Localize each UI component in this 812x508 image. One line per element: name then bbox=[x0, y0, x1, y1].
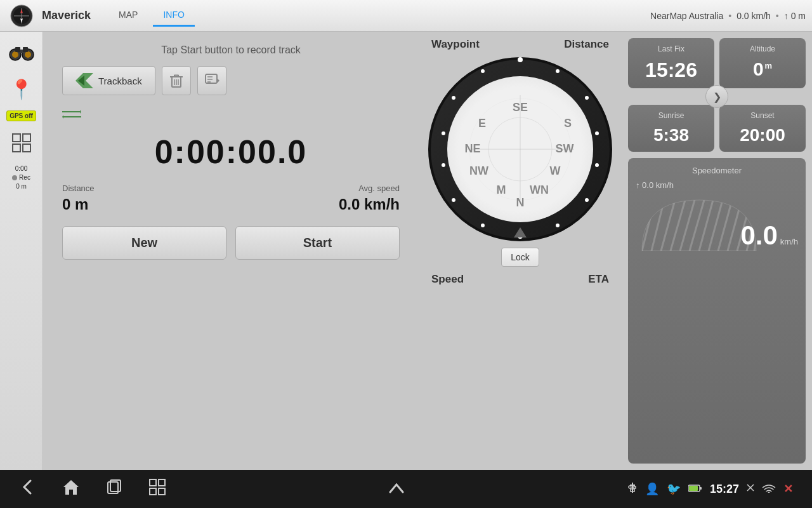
lock-button-container: Lock bbox=[425, 248, 615, 267]
sunrise-sunset-row: Sunrise 5:38 Sunset 20:00 bbox=[628, 105, 806, 152]
exchange-arrows bbox=[62, 108, 400, 124]
app-icon bbox=[6, 1, 37, 31]
last-fix-value: 15:26 bbox=[634, 58, 708, 82]
svg-point-8 bbox=[12, 51, 18, 58]
svg-point-51 bbox=[556, 69, 560, 73]
svg-rect-13 bbox=[13, 134, 20, 142]
svg-point-61 bbox=[442, 131, 445, 135]
main-content: 📍 GPS off 0:00 Rec 0 m Tap Start button … bbox=[0, 32, 812, 470]
svg-rect-12 bbox=[23, 47, 28, 52]
svg-point-9 bbox=[25, 51, 31, 58]
distance-stat: Distance 0 m bbox=[62, 184, 95, 213]
svg-point-88 bbox=[629, 486, 631, 488]
home-button[interactable] bbox=[62, 478, 80, 500]
compass-footer: Speed ETA bbox=[425, 273, 615, 286]
export-button[interactable] bbox=[197, 66, 226, 95]
dot2: • bbox=[776, 11, 779, 21]
right-panel: Last Fix 15:26 Altitude 0m ❯ Sunrise 5:3… bbox=[622, 32, 812, 470]
svg-point-53 bbox=[595, 131, 599, 135]
sunrise-value: 5:38 bbox=[634, 125, 708, 145]
speedometer-title: Speedometer bbox=[636, 166, 798, 175]
top-bar: Maverick MAP INFO NearMap Australia • 0.… bbox=[0, 0, 812, 32]
last-fix-card: Last Fix 15:26 bbox=[628, 38, 714, 88]
avg-speed-label: Avg. speed bbox=[339, 184, 400, 193]
last-fix-title: Last Fix bbox=[634, 44, 708, 53]
location-label: NearMap Australia bbox=[650, 11, 723, 21]
chevron-up-button[interactable] bbox=[389, 481, 404, 497]
speedometer-value: 0.0 bbox=[740, 220, 777, 251]
app-title: Maverick bbox=[42, 9, 91, 22]
clock-display: 15:27 bbox=[710, 483, 739, 496]
svg-rect-89 bbox=[634, 486, 636, 488]
waypoint-label: Waypoint bbox=[431, 38, 480, 51]
eta-label: ETA bbox=[588, 273, 609, 286]
sidebar-grid[interactable] bbox=[6, 128, 37, 158]
svg-rect-27 bbox=[206, 74, 217, 83]
svg-rect-91 bbox=[689, 486, 698, 491]
action-buttons: New Start bbox=[62, 226, 400, 260]
svg-point-52 bbox=[585, 96, 589, 100]
svg-rect-11 bbox=[15, 47, 20, 52]
track-panel: Tap Start button to record track Trackba… bbox=[43, 32, 419, 470]
speedometer-speed-label: ↑ 0.0 km/h bbox=[636, 180, 798, 190]
tab-info[interactable]: INFO bbox=[153, 4, 194, 27]
lock-button[interactable]: Lock bbox=[501, 248, 539, 267]
grid-nav-button[interactable] bbox=[148, 478, 166, 500]
svg-point-54 bbox=[595, 163, 599, 167]
trackback-button[interactable]: Trackback bbox=[62, 66, 155, 95]
svg-point-63 bbox=[481, 69, 485, 73]
top-bar-left: Maverick MAP INFO bbox=[6, 1, 195, 31]
sunrise-title: Sunrise bbox=[634, 111, 708, 120]
sunset-value: 20:00 bbox=[726, 125, 799, 145]
svg-point-62 bbox=[452, 96, 455, 100]
sidebar-binoculars[interactable] bbox=[6, 37, 37, 67]
svg-point-93 bbox=[768, 491, 769, 493]
speed-label: 0.0 km/h bbox=[737, 11, 771, 21]
sidebar-rec: Rec bbox=[19, 173, 30, 182]
altitude-title: Altitude bbox=[726, 44, 799, 53]
person-icon: 👤 bbox=[645, 482, 659, 496]
svg-rect-14 bbox=[23, 134, 30, 142]
speedometer-body: 0.0 km/h bbox=[636, 194, 798, 251]
back-button[interactable] bbox=[19, 478, 37, 500]
svg-rect-83 bbox=[150, 488, 156, 495]
sunset-card: Sunset 20:00 bbox=[719, 105, 806, 152]
sidebar-location-pin[interactable]: 📍 bbox=[6, 74, 37, 104]
top-info-row: Last Fix 15:26 Altitude 0m bbox=[628, 38, 806, 88]
svg-marker-35 bbox=[62, 115, 63, 119]
trash-button[interactable] bbox=[162, 66, 191, 95]
new-button[interactable]: New bbox=[62, 226, 226, 260]
compass-distance-label: Distance bbox=[564, 38, 609, 51]
timer-display: 0:00:00.0 bbox=[62, 133, 400, 171]
svg-rect-81 bbox=[150, 479, 156, 486]
compass-panel: Waypoint Distance SE S SW W bbox=[419, 32, 622, 470]
bottom-status-area: 👤 🐦 15:27 ✕ bbox=[627, 481, 793, 497]
svg-rect-15 bbox=[13, 144, 20, 152]
arrow-badge[interactable]: ❯ bbox=[705, 85, 728, 108]
compass-header: Waypoint Distance bbox=[425, 38, 615, 51]
dot1: • bbox=[728, 11, 731, 21]
recent-apps-button[interactable] bbox=[105, 478, 123, 500]
sidebar-time: 0:00 bbox=[12, 164, 30, 173]
compass-container: SE S SW W WN M NW NE E N bbox=[428, 57, 612, 241]
svg-rect-92 bbox=[700, 487, 702, 490]
distance-label: Distance bbox=[62, 184, 95, 193]
signal-x-icon: ✕ bbox=[783, 482, 793, 496]
cards-arrow[interactable]: ❯ bbox=[628, 85, 806, 108]
svg-point-59 bbox=[452, 198, 455, 202]
start-button[interactable]: Start bbox=[235, 226, 400, 260]
svg-marker-33 bbox=[80, 110, 81, 114]
gps-status-badge[interactable]: GPS off bbox=[6, 110, 36, 121]
altitude-label: ↑ 0 m bbox=[784, 11, 806, 21]
svg-rect-82 bbox=[159, 479, 165, 486]
speedometer-card: Speedometer ↑ 0.0 km/h bbox=[628, 158, 806, 464]
svg-rect-23 bbox=[174, 75, 178, 76]
svg-marker-28 bbox=[217, 78, 219, 83]
sunset-title: Sunset bbox=[726, 111, 799, 120]
sidebar: 📍 GPS off 0:00 Rec 0 m bbox=[0, 32, 43, 470]
track-buttons: Trackback bbox=[62, 66, 400, 95]
svg-rect-16 bbox=[23, 144, 30, 152]
avg-speed-value: 0.0 km/h bbox=[339, 196, 400, 213]
bottom-bar: 👤 🐦 15:27 ✕ bbox=[0, 470, 812, 508]
tab-map[interactable]: MAP bbox=[108, 4, 148, 27]
